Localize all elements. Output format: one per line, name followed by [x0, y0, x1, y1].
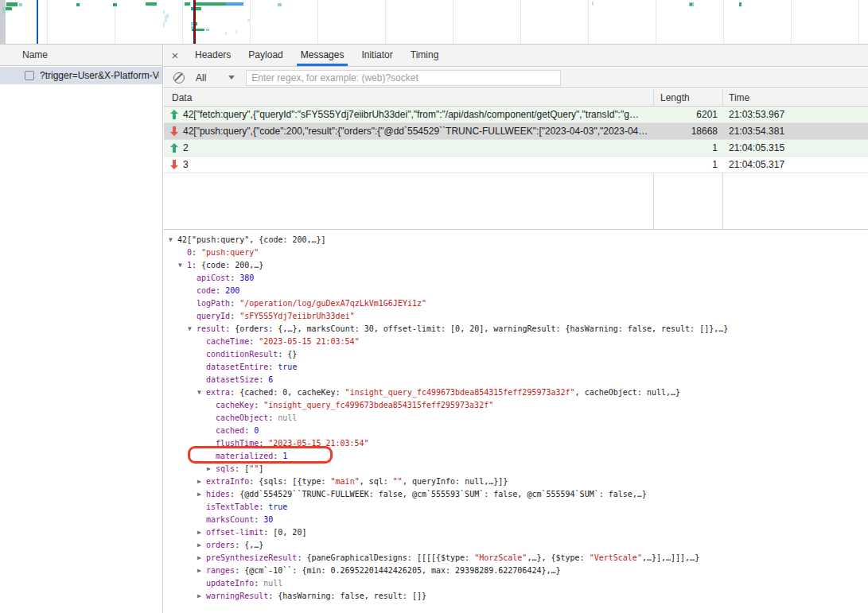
tree-expander-open-icon[interactable]: ▼: [197, 386, 206, 399]
tree-segment-n: 6: [268, 375, 273, 384]
tree-line[interactable]: ▶ranges: {@cm`-10``: {min: 0.26952201442…: [164, 565, 868, 577]
tree-line[interactable]: ▶preSynthesizeResult: {paneGraphicalDesi…: [164, 552, 868, 565]
tree-segment-k: cached: [216, 426, 244, 435]
message-row[interactable]: 2121:04:05.315: [164, 140, 868, 157]
tree-expander-closed-icon[interactable]: ▶: [197, 552, 206, 565]
tree-segment-p: : {}: [278, 350, 297, 359]
tree-segment-p: :: [259, 375, 268, 384]
tree-expander-closed-icon[interactable]: ▶: [207, 463, 216, 475]
tree-line[interactable]: apiCost: 380: [164, 272, 868, 285]
tree-segment-k: queryId: [197, 312, 230, 320]
tree-line[interactable]: materialized: 1: [164, 450, 868, 463]
tree-segment-k: updateInfo: [206, 579, 254, 588]
message-row[interactable]: 42["push:query",{"code":200,"result":{"o…: [164, 123, 868, 140]
tab-list: HeadersPayloadMessagesInitiatorTiming: [186, 45, 447, 66]
tree-segment-s: "/operation/log/guDexA7qzLkVm1G6JEYi1z": [239, 299, 426, 308]
tree-line[interactable]: ▼1: {code: 200,…}: [164, 259, 868, 272]
tree-line[interactable]: ▶offset-limit: [0, 20]: [164, 526, 868, 539]
messages-table: Data Length Time 42["fetch:query",{"quer…: [164, 89, 868, 230]
tree-expander-closed-icon[interactable]: ▶: [197, 526, 206, 539]
tree-line[interactable]: marksCount: 30: [164, 514, 868, 526]
tree-line[interactable]: ▶extraInfo: {sqls: [{type: "main", sql: …: [164, 475, 868, 488]
request-name: ?trigger=User&X-Platform-Ve…: [40, 70, 159, 81]
tree-segment-s: "push:query": [201, 248, 259, 257]
tree-line[interactable]: queryId: "sFY5S5Ydj7eiibrUh33dei": [164, 310, 868, 323]
name-column-header[interactable]: Name: [0, 45, 162, 66]
tree-line[interactable]: conditionResult: {}: [164, 348, 868, 361]
message-row[interactable]: 3121:04:05.317: [164, 157, 868, 173]
timeline-gridline: [182, 0, 183, 44]
tree-segment-p: : {code: 200,…}: [192, 261, 263, 270]
tree-line[interactable]: isTextTable: true: [164, 501, 868, 514]
tree-line[interactable]: ▶orders: {,…}: [164, 539, 868, 552]
tree-expander-open-icon[interactable]: ▼: [169, 234, 177, 246]
tree-line[interactable]: datasetEntire: true: [164, 361, 868, 374]
tree-line[interactable]: logPath: "/operation/log/guDexA7qzLkVm1G…: [164, 297, 868, 310]
message-length: 1: [654, 159, 718, 170]
tree-segment-s: "2023-05-15 21:03:54": [268, 439, 368, 448]
tree-segment-p: , cacheObject: null,…}: [575, 388, 680, 397]
tree-segment-p: : {@cm`-10``: {min: 0.26952201442426205,…: [235, 566, 560, 575]
tree-segment-k: hides: [206, 490, 230, 499]
tree-line[interactable]: flushTime: "2023-05-15 21:03:54": [164, 437, 868, 450]
tree-segment-k: orders: [206, 541, 235, 549]
tab-messages[interactable]: Messages: [292, 45, 353, 66]
message-length: 18668: [654, 126, 718, 137]
message-type-dropdown[interactable]: All: [196, 72, 206, 83]
regex-filter-input[interactable]: [246, 70, 561, 86]
tree-line[interactable]: updateInfo: null: [164, 577, 868, 590]
tree-line[interactable]: ▶sqls: [""]: [164, 463, 868, 475]
received-arrow-down-icon: [170, 126, 178, 138]
tree-line[interactable]: datasetSize: 6: [164, 374, 868, 386]
tree-line[interactable]: ▼42["push:query", {code: 200,…}]: [164, 234, 868, 246]
sent-arrow-up-icon: [170, 110, 178, 122]
tab-headers[interactable]: Headers: [186, 45, 239, 66]
clear-filter-icon[interactable]: [173, 72, 185, 83]
tree-line[interactable]: ▶warningResult: {hasWarning: false, resu…: [164, 590, 868, 603]
message-length: 1: [654, 142, 718, 153]
chevron-down-icon[interactable]: [228, 76, 235, 80]
tree-line[interactable]: cacheObject: null: [164, 412, 868, 425]
tree-segment-p: :: [192, 248, 201, 257]
tab-initiator[interactable]: Initiator: [352, 45, 401, 66]
column-header-time[interactable]: Time: [729, 92, 749, 103]
request-row-selected[interactable]: ?trigger=User&X-Platform-Ve…: [0, 67, 162, 84]
tab-payload[interactable]: Payload: [239, 45, 291, 66]
message-data: 42["fetch:query",{"queryId":"sFY5S5Ydj7e…: [183, 109, 649, 120]
tree-line[interactable]: ▶hides: {@dd`554529``TRUNC-FULLWEEK: fal…: [164, 488, 868, 501]
column-header-data[interactable]: Data: [172, 92, 192, 103]
tree-segment-b: true: [268, 502, 287, 511]
tree-expander-closed-icon[interactable]: ▶: [197, 565, 206, 577]
tree-expander-closed-icon[interactable]: ▶: [197, 590, 206, 603]
tree-segment-s: "sFY5S5Ydj7eiibrUh33dei": [239, 312, 355, 320]
websocket-request-icon: [25, 71, 34, 80]
tab-timing[interactable]: Timing: [402, 45, 448, 66]
tree-segment-k: datasetSize: [206, 375, 259, 384]
sent-arrow-up-icon: [170, 143, 178, 155]
tree-segment-p: :: [259, 502, 268, 511]
tree-line[interactable]: 0: "push:query": [164, 246, 868, 259]
tree-line[interactable]: cacheTime: "2023-05-15 21:03:54": [164, 336, 868, 348]
tree-expander-closed-icon[interactable]: ▶: [197, 488, 206, 501]
message-data: 42["push:query",{"code":200,"result":{"o…: [183, 126, 649, 137]
tree-segment-k: materialized: [216, 452, 273, 460]
tree-expander-open-icon[interactable]: ▼: [188, 323, 197, 336]
column-header-length[interactable]: Length: [660, 92, 690, 103]
tree-line[interactable]: code: 200: [164, 285, 868, 297]
network-overview-timeline[interactable]: [0, 0, 868, 45]
close-details-button[interactable]: ×: [164, 48, 186, 62]
tree-line[interactable]: ▼extra: {cached: 0, cacheKey: "insight_q…: [164, 386, 868, 399]
tree-expander-open-icon[interactable]: ▼: [178, 259, 187, 272]
tree-segment-p: , sql:: [360, 477, 393, 486]
tree-line[interactable]: cached: 0: [164, 425, 868, 437]
devtools-network-panel: Name ?trigger=User&X-Platform-Ve… × Head…: [0, 0, 868, 613]
tree-segment-p: : {cached: 0, cacheKey:: [230, 388, 345, 397]
tree-segment-k: isTextTable: [206, 502, 259, 511]
tree-line[interactable]: cacheKey: "insight_query_fc499673bdea854…: [164, 399, 868, 412]
timeline-gridline: [453, 0, 453, 44]
tree-segment-p: ]: [259, 464, 263, 473]
message-row[interactable]: 42["fetch:query",{"queryId":"sFY5S5Ydj7e…: [164, 107, 868, 123]
tree-line[interactable]: ▼result: {orders: {,…}, marksCount: 30, …: [164, 323, 868, 336]
tree-expander-closed-icon[interactable]: ▶: [197, 539, 206, 552]
tree-expander-closed-icon[interactable]: ▶: [197, 475, 206, 488]
